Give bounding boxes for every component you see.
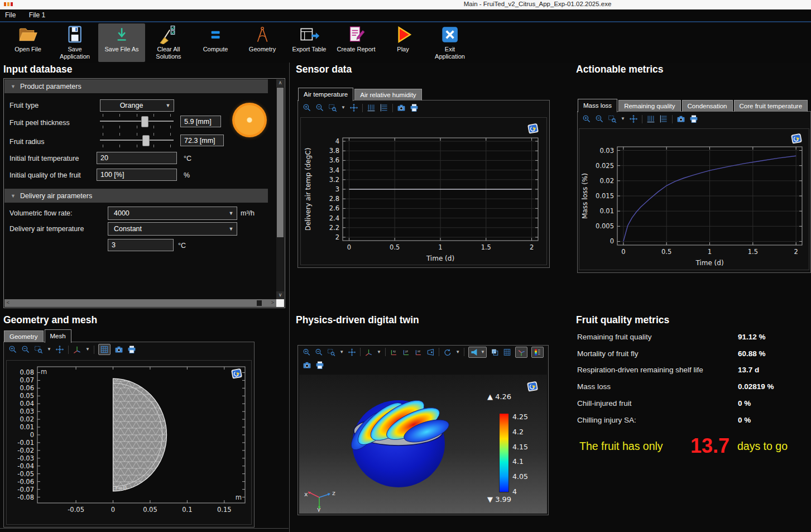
print-icon[interactable]: [127, 345, 136, 354]
initial-quality-input[interactable]: [97, 169, 177, 181]
fruit-peel-thickness-slider[interactable]: [100, 113, 174, 129]
vertical-scrollbar[interactable]: ∧ ∨: [276, 79, 284, 299]
x-axis-grid-icon[interactable]: [646, 114, 655, 123]
volumetric-flow-rate-value: 4000: [108, 209, 225, 217]
horizontal-scroll-thumb[interactable]: [257, 300, 262, 306]
chevron-down-icon[interactable]: ▼: [481, 350, 485, 354]
tab-condensation[interactable]: Condensation: [682, 100, 733, 112]
tab-geometry[interactable]: Geometry: [4, 330, 44, 342]
zoom-extents-icon[interactable]: [349, 103, 358, 112]
zoom-out-icon[interactable]: [595, 114, 604, 123]
chevron-down-icon[interactable]: ▼: [47, 347, 51, 352]
scroll-down-icon[interactable]: ∨: [276, 291, 284, 299]
fruit-type-dropdown[interactable]: Orange ▼: [100, 99, 174, 112]
zoom-box-icon[interactable]: [328, 103, 337, 112]
save-application-button[interactable]: Save Application: [51, 23, 98, 62]
zoom-box-icon[interactable]: [327, 348, 335, 357]
menu-file[interactable]: File: [0, 9, 21, 19]
scroll-right-icon[interactable]: >: [269, 299, 276, 307]
geometry-and-mesh-title: Geometry and mesh: [3, 314, 97, 326]
geometry-button[interactable]: Geometry: [239, 23, 286, 62]
chevron-down-icon[interactable]: ▼: [341, 106, 345, 110]
zoom-extents-icon[interactable]: [629, 114, 638, 123]
delivery-air-temperature-dropdown[interactable]: Constant ▼: [108, 222, 237, 236]
zoom-extents-icon[interactable]: [55, 345, 64, 354]
vertical-scroll-thumb[interactable]: [277, 88, 284, 237]
sensor-chart: 00.511.5222.22.42.62.833.23.43.63.84Time…: [301, 131, 547, 265]
delivery-air-temperature-input[interactable]: [108, 239, 174, 251]
exit-application-button[interactable]: Exit Application: [426, 23, 473, 62]
product-parameters-header[interactable]: ▼ Product parameters: [4, 79, 268, 93]
menu-file-1[interactable]: File 1: [24, 9, 51, 19]
svg-text:r=0: r=0: [116, 485, 127, 492]
x-axis-grid-icon[interactable]: [367, 103, 376, 112]
tab-mass-loss[interactable]: Mass loss: [578, 99, 617, 112]
xy-view-icon[interactable]: [390, 348, 398, 357]
scroll-left-icon[interactable]: <: [4, 299, 12, 307]
save-file-as-button[interactable]: Save File As: [98, 23, 145, 62]
svg-text:-0.01: -0.01: [17, 439, 34, 447]
play-button[interactable]: Play: [380, 23, 426, 62]
zoom-out-icon[interactable]: [315, 348, 323, 357]
zoom-in-icon[interactable]: [582, 114, 591, 123]
chevron-down-icon[interactable]: ▼: [621, 117, 625, 121]
export-table-button[interactable]: Export Table: [286, 23, 333, 62]
zoom-box-icon[interactable]: [34, 345, 43, 354]
projection-icon[interactable]: [426, 348, 435, 357]
chevron-down-icon[interactable]: ▼: [377, 350, 381, 354]
rotate-icon[interactable]: [443, 348, 452, 357]
scroll-up-icon[interactable]: ∧: [276, 79, 284, 87]
print-icon[interactable]: [410, 103, 419, 112]
grid-icon[interactable]: [503, 348, 511, 357]
zoom-out-icon[interactable]: [21, 345, 30, 354]
chevron-down-icon[interactable]: ▼: [339, 350, 344, 354]
yz-view-icon[interactable]: [402, 348, 410, 357]
volumetric-flow-rate-dropdown[interactable]: 4000 ▼: [108, 207, 237, 220]
zoom-in-icon[interactable]: [303, 103, 311, 112]
chevron-down-icon[interactable]: ▼: [85, 347, 90, 352]
scene-light-button[interactable]: ▼: [468, 347, 487, 358]
axis-orientation-icon[interactable]: [364, 348, 373, 357]
snapshot-camera-icon[interactable]: [397, 103, 406, 112]
create-report-button[interactable]: Create Report: [333, 23, 380, 62]
y-axis-grid-icon[interactable]: [380, 103, 388, 112]
open-file-button[interactable]: Open File: [4, 23, 51, 62]
chevron-down-icon[interactable]: ▼: [455, 350, 460, 354]
print-icon[interactable]: [689, 114, 698, 123]
tab-remaining-quality[interactable]: Remaining quality: [618, 100, 680, 112]
xz-view-icon[interactable]: [414, 348, 423, 357]
zoom-in-icon[interactable]: [303, 348, 311, 357]
exit-application-label: Exit Application: [435, 46, 465, 60]
show-color-legend-button[interactable]: [531, 347, 544, 358]
print-icon[interactable]: [315, 361, 324, 370]
snapshot-camera-icon[interactable]: [303, 361, 311, 370]
zoom-out-icon[interactable]: [315, 103, 324, 112]
transparency-icon[interactable]: [491, 348, 499, 357]
fruit-radius-slider[interactable]: [100, 132, 174, 148]
exit-application-icon: [439, 25, 460, 44]
tab-core-fruit-temperature[interactable]: Core fruit temperature: [734, 100, 808, 112]
horizontal-scrollbar[interactable]: < >: [4, 299, 276, 307]
fruit-radius-input[interactable]: [180, 135, 224, 146]
compute-button[interactable]: Compute: [192, 23, 239, 62]
digital-twin-view[interactable]: ▲ 4.26 4.25 4.2 4.15 4.1 4.05 4 ▼ 3.99: [299, 375, 547, 514]
show-axes-button[interactable]: [515, 347, 527, 358]
fruit-peel-thickness-input[interactable]: [180, 116, 221, 127]
svg-text:0.04: 0.04: [20, 400, 34, 408]
initial-fruit-temperature-input[interactable]: [97, 152, 177, 164]
y-axis-grid-icon[interactable]: [659, 114, 668, 123]
snapshot-camera-icon[interactable]: [676, 114, 685, 123]
zoom-box-icon[interactable]: [608, 114, 617, 123]
axis-orientation-icon[interactable]: [73, 345, 81, 354]
tab-air-relative-humidity[interactable]: Air relative humidity: [354, 89, 421, 100]
zoom-extents-icon[interactable]: [348, 348, 356, 357]
clear-all-solutions-button[interactable]: Clear All Solutions: [145, 23, 192, 62]
metric-value: 0.02819 %: [738, 382, 774, 391]
zoom-in-icon[interactable]: [8, 345, 17, 354]
window-title: Main - FruiTed_v2_Citrus_App_Exp-01.02.2…: [464, 1, 612, 7]
tab-mesh[interactable]: Mesh: [45, 329, 71, 343]
snapshot-camera-icon[interactable]: [114, 345, 123, 354]
delivery-air-parameters-header[interactable]: ▼ Delivery air parameters: [4, 189, 268, 203]
tab-air-temperature[interactable]: Air temperature: [298, 88, 353, 101]
grid-toggle-button[interactable]: [98, 344, 111, 355]
